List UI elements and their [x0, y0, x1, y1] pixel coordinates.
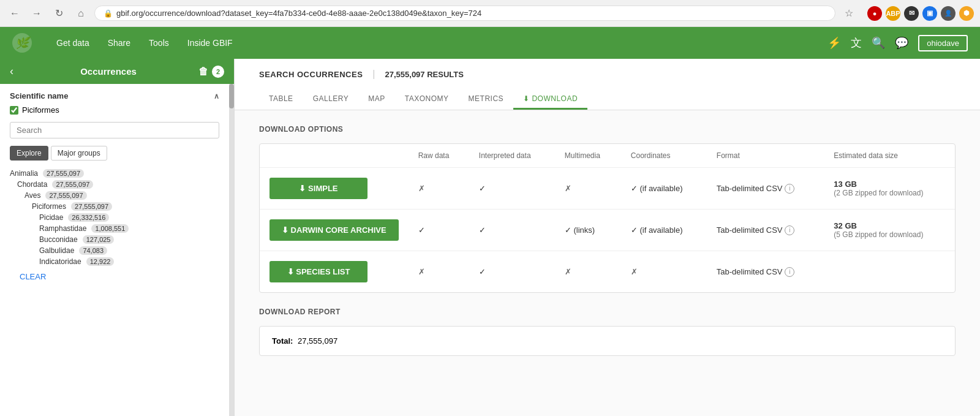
- dca-format: Tab-delimited CSV i: [707, 210, 824, 251]
- x-icon-sp-mm: ✗: [565, 267, 571, 276]
- refresh-button[interactable]: ↻: [50, 5, 67, 22]
- x-icon-2: ✗: [565, 184, 571, 193]
- table-row-species: ⬇ SPECIES LIST ✗ ✓ ✗: [260, 251, 955, 293]
- format-cell-dca: Tab-delimited CSV i: [717, 225, 815, 235]
- search-icon[interactable]: 🔍: [872, 36, 885, 50]
- simple-raw: ✗: [409, 168, 469, 210]
- download-options-title: DOWNLOAD OPTIONS: [259, 125, 956, 134]
- back-button[interactable]: ←: [6, 5, 23, 22]
- tab-explore[interactable]: Explore: [10, 146, 48, 161]
- tree-row-chordata[interactable]: Chordata 27,555,097: [17, 179, 219, 190]
- total-value: 27,555,097: [298, 336, 337, 346]
- col-header-btn: [260, 144, 409, 168]
- info-icon-species[interactable]: i: [785, 267, 794, 277]
- sidebar-back-button[interactable]: ‹: [10, 65, 18, 78]
- clear-button[interactable]: CLEAR: [10, 267, 56, 286]
- content-tabs: TABLE GALLERY MAP TAXONOMY METRICS ⬇ DOW…: [259, 89, 956, 110]
- address-bar[interactable]: 🔒 gbif.org/occurrence/download?dataset_k…: [94, 6, 835, 21]
- species-download-button[interactable]: ⬇ SPECIES LIST: [270, 261, 368, 282]
- info-icon-simple[interactable]: i: [785, 184, 794, 194]
- content-header: SEARCH OCCURRENCES | 27,555,097 RESULTS …: [235, 59, 980, 110]
- url-text: gbif.org/occurrence/download?dataset_key…: [116, 9, 481, 18]
- search-title-row: SEARCH OCCURRENCES | 27,555,097 RESULTS: [259, 69, 956, 80]
- ext-red-icon[interactable]: ●: [867, 6, 882, 21]
- x-icon-sp-coord: ✗: [631, 267, 638, 276]
- size-container-dca: 32 GB (5 GB zipped for download): [834, 221, 945, 239]
- table-row-dca: ⬇ DARWIN CORE ARCHIVE ✓ ✓ ✓ (links): [260, 210, 955, 251]
- check-icon-int: ✓: [479, 225, 486, 235]
- sidebar-header: ‹ Occurrences 🗑 2: [0, 59, 234, 84]
- sidebar-scrollbar[interactable]: [229, 84, 234, 416]
- dca-interpreted: ✓: [469, 210, 555, 251]
- dca-raw: ✓: [409, 210, 469, 251]
- tab-download[interactable]: ⬇ DOWNLOAD: [513, 89, 587, 110]
- star-button[interactable]: ☆: [840, 5, 858, 22]
- checkbox-piciformes[interactable]: [10, 106, 18, 115]
- dca-download-button[interactable]: ⬇ DARWIN CORE ARCHIVE: [270, 219, 399, 241]
- simple-format: Tab-delimited CSV i: [707, 168, 824, 210]
- translate-icon[interactable]: 文: [851, 36, 862, 50]
- nav-tools[interactable]: Tools: [149, 36, 169, 50]
- simple-coordinates: ✓ (if available): [621, 168, 707, 210]
- check-icon-raw: ✓: [418, 225, 425, 235]
- checkbox-label-piciformes: Piciformes: [22, 105, 59, 115]
- download-report-box: Total: 27,555,097: [259, 326, 956, 356]
- chevron-up-icon[interactable]: ∧: [214, 92, 219, 100]
- nav-get-data[interactable]: Get data: [56, 36, 89, 50]
- sidebar-badge: 2: [212, 66, 224, 78]
- gbif-logo[interactable]: 🌿: [12, 33, 32, 53]
- dca-btn-cell: ⬇ DARWIN CORE ARCHIVE: [260, 210, 409, 251]
- simple-interpreted: ✓: [469, 168, 555, 210]
- simple-size: 13 GB (2 GB zipped for download): [824, 168, 955, 210]
- tree-row-galbulidae[interactable]: Galbulidae 74,083: [39, 245, 219, 256]
- nav-share[interactable]: Share: [108, 36, 130, 50]
- col-header-format: Format: [707, 144, 824, 168]
- check-if-available-dca: ✓ (if available): [631, 225, 683, 235]
- search-input-container: [10, 122, 219, 138]
- table-row-simple: ⬇ SIMPLE ✗ ✓ ✗ ✓: [260, 168, 955, 210]
- tab-map[interactable]: MAP: [358, 89, 395, 110]
- check-links: ✓ (links): [565, 225, 595, 235]
- ext-abp-icon[interactable]: ABP: [886, 6, 900, 21]
- tree-row-aves[interactable]: Aves 27,555,097: [24, 190, 219, 201]
- tree-row-bucconidae[interactable]: Bucconidae 127,025: [39, 234, 219, 245]
- check-icon: ✓: [479, 184, 486, 193]
- ext-screen-icon[interactable]: ▣: [922, 6, 937, 21]
- ext-avatar-icon[interactable]: 👤: [941, 6, 956, 21]
- tree-row-animalia[interactable]: Animalia 27,555,097: [10, 168, 219, 179]
- user-button[interactable]: ohiodave: [918, 35, 968, 51]
- lock-icon: 🔒: [104, 9, 113, 18]
- tab-taxonomy[interactable]: TAXONOMY: [395, 89, 459, 110]
- browser-chrome: ← → ↻ ⌂ 🔒 gbif.org/occurrence/download?d…: [0, 0, 980, 27]
- tree-row-indicatoridae[interactable]: Indicatoridae 12,922: [39, 256, 219, 267]
- home-button[interactable]: ⌂: [72, 5, 89, 22]
- gbif-topnav: 🌿 Get data Share Tools Inside GBIF ⚡ 文 🔍…: [0, 27, 980, 59]
- species-interpreted: ✓: [469, 251, 555, 293]
- simple-download-button[interactable]: ⬇ SIMPLE: [270, 178, 368, 199]
- tree-row-picidae[interactable]: Picidae 26,332,516: [39, 212, 219, 223]
- x-icon-sp-raw: ✗: [418, 267, 425, 276]
- tab-gallery[interactable]: GALLERY: [303, 89, 359, 110]
- tree-row-piciformes[interactable]: Piciformes 27,555,097: [32, 201, 219, 212]
- info-icon-dca[interactable]: i: [785, 225, 794, 235]
- pulse-icon[interactable]: ⚡: [827, 36, 841, 50]
- format-cell-species: Tab-delimited CSV i: [717, 267, 815, 277]
- tab-table[interactable]: TABLE: [259, 89, 303, 110]
- nav-inside-gbif[interactable]: Inside GBIF: [187, 36, 233, 50]
- scrollbar-thumb[interactable]: [229, 84, 234, 108]
- col-header-coordinates: Coordinates: [621, 144, 707, 168]
- ext-mail-icon[interactable]: ✉: [904, 6, 919, 21]
- tree-row-ramphastidae[interactable]: Ramphastidae 1,008,551: [39, 223, 219, 234]
- search-input[interactable]: [10, 122, 219, 138]
- simple-multimedia: ✗: [555, 168, 621, 210]
- messages-icon[interactable]: 💬: [895, 36, 908, 50]
- trash-icon[interactable]: 🗑: [198, 66, 208, 77]
- filter-checkbox-piciformes[interactable]: Piciformes: [10, 105, 219, 115]
- size-sub-simple: (2 GB zipped for download): [834, 189, 945, 197]
- ext-yellow-icon[interactable]: ⬢: [959, 6, 974, 21]
- col-header-interpreted: Interpreted data: [469, 144, 555, 168]
- content-body: DOWNLOAD OPTIONS Raw data Interpreted da…: [235, 110, 980, 371]
- tab-metrics[interactable]: METRICS: [459, 89, 514, 110]
- tab-major-groups[interactable]: Major groups: [51, 146, 107, 161]
- forward-button[interactable]: →: [28, 5, 45, 22]
